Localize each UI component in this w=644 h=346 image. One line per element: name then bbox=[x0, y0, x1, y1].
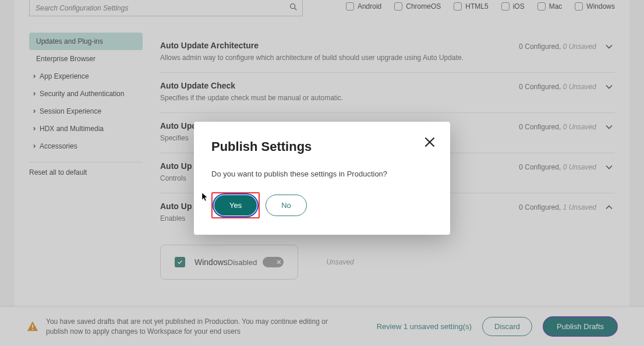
no-button[interactable]: No bbox=[266, 195, 307, 216]
modal-body: Do you want to publish these settings in… bbox=[211, 170, 433, 178]
modal-overlay: Publish Settings Do you want to publish … bbox=[0, 0, 644, 346]
modal-title: Publish Settings bbox=[211, 139, 433, 154]
cursor-icon bbox=[202, 193, 209, 202]
highlight-annotation: Yes bbox=[211, 192, 260, 218]
publish-modal: Publish Settings Do you want to publish … bbox=[194, 122, 450, 235]
close-icon[interactable] bbox=[422, 135, 437, 150]
yes-button[interactable]: Yes bbox=[214, 195, 257, 216]
